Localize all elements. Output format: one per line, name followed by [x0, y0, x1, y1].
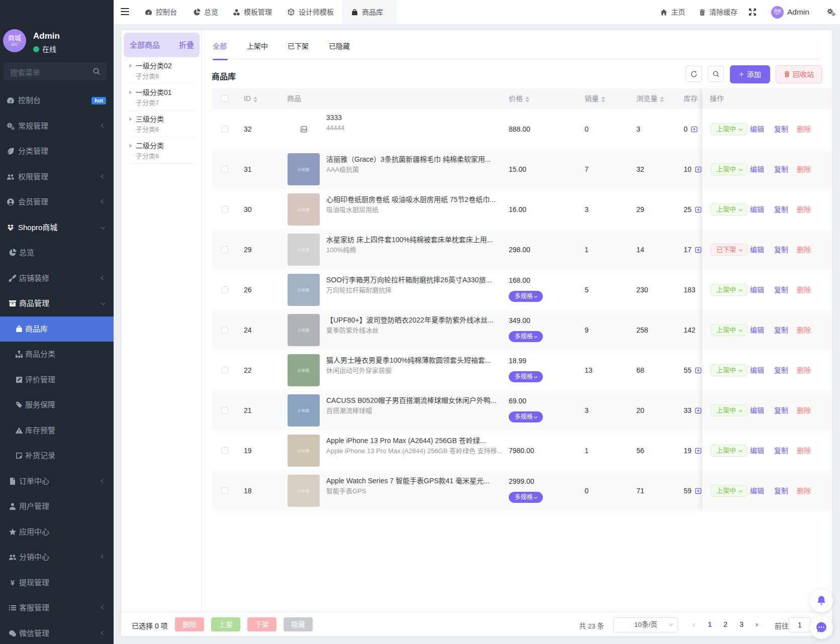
svg-text:¥: ¥ — [11, 579, 15, 587]
